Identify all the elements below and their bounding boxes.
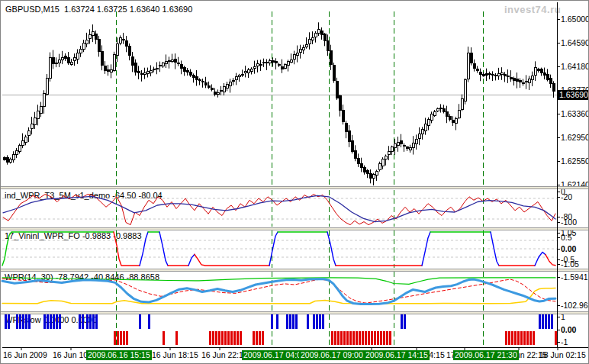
time-axis-label: 16 Jun 2009 [3, 350, 47, 360]
time-axis-label: 16 Jun 22:15 [201, 350, 248, 360]
session-time-badge: 2009.06.17 14:15 [364, 350, 430, 360]
time-axis-label: 18 Jun 02:15 [539, 350, 586, 360]
current-price-label: 1.63690 [558, 90, 589, 100]
chart-stage: GBPUSD,M15 1.63724 1.63725 1.63640 1.636… [0, 0, 589, 364]
session-time-badge: 2009.06.17 09:00 [299, 350, 365, 360]
session-time-badge: 2009.06.16 15:15 [86, 350, 152, 360]
chart-canvas [1, 1, 589, 364]
time-axis-label: 16 Jun 18:15 [152, 350, 198, 360]
session-time-badge: 2009.06.17 21:30 [453, 350, 519, 360]
session-time-badge: 2009.06.17 04:00 [242, 350, 307, 360]
